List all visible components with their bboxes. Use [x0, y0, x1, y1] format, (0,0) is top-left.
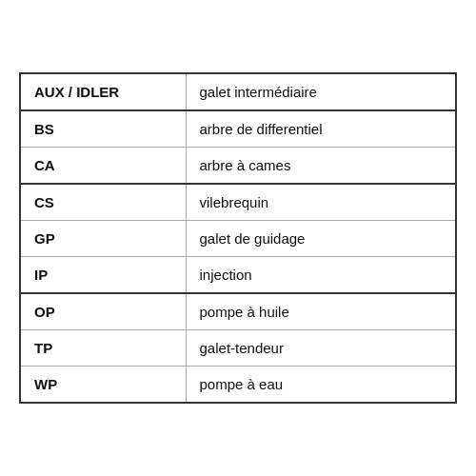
description-cell: pompe à eau [186, 367, 456, 404]
description-cell: arbre de differentiel [186, 110, 456, 148]
description-cell: galet-tendeur [186, 330, 456, 367]
code-cell: CA [20, 148, 186, 185]
main-table-container: AUX / IDLERgalet intermédiaireBSarbre de… [19, 72, 457, 404]
code-cell: CS [20, 184, 186, 221]
code-cell: AUX / IDLER [20, 73, 186, 110]
code-cell: TP [20, 330, 186, 367]
description-cell: injection [186, 257, 456, 294]
table-row: CAarbre à cames [20, 148, 456, 185]
table-row: CSvilebrequin [20, 184, 456, 221]
table-row: TPgalet-tendeur [20, 330, 456, 367]
table-row: IPinjection [20, 257, 456, 294]
description-cell: vilebrequin [186, 184, 456, 221]
table-row: GPgalet de guidage [20, 221, 456, 257]
code-cell: OP [20, 293, 186, 330]
code-cell: IP [20, 257, 186, 294]
description-cell: galet de guidage [186, 221, 456, 257]
description-cell: arbre à cames [186, 148, 456, 185]
table-row: AUX / IDLERgalet intermédiaire [20, 73, 456, 110]
code-cell: GP [20, 221, 186, 257]
code-cell: WP [20, 367, 186, 404]
table-row: OPpompe à huile [20, 293, 456, 330]
terminology-table: AUX / IDLERgalet intermédiaireBSarbre de… [19, 72, 457, 404]
description-cell: galet intermédiaire [186, 73, 456, 110]
description-cell: pompe à huile [186, 293, 456, 330]
code-cell: BS [20, 110, 186, 148]
table-row: BSarbre de differentiel [20, 110, 456, 148]
table-row: WPpompe à eau [20, 367, 456, 404]
